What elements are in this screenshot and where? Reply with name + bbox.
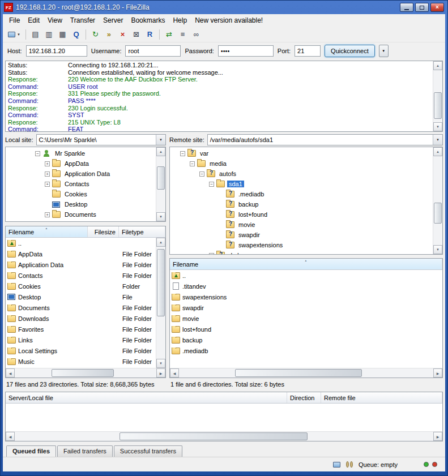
file-row[interactable]: backup	[170, 335, 442, 345]
scroll-thumb[interactable]	[120, 432, 308, 440]
scroll-down-button[interactable]: ▼	[433, 122, 442, 131]
expand-icon[interactable]: +	[45, 171, 50, 177]
tree-item-desktop[interactable]: Desktop	[6, 199, 156, 209]
file-row[interactable]: .mediadb	[170, 345, 442, 356]
expand-icon[interactable]: +	[45, 161, 50, 166]
column-header-filename[interactable]: ▲Filename	[170, 259, 442, 269]
file-row-up[interactable]: ..	[6, 238, 156, 248]
menu-item-new-version[interactable]: New version available!	[191, 15, 267, 25]
chevron-down-icon[interactable]: ▼	[433, 135, 442, 145]
quickconnect-dropdown-button[interactable]: ▼	[379, 45, 389, 57]
scroll-up-button[interactable]: ▲	[433, 61, 442, 70]
scroll-left-button[interactable]: ◀	[6, 432, 15, 441]
local-list-scrollbar[interactable]: ▲ ▼	[156, 238, 165, 368]
tree-item-dvd[interactable]: +dvd	[170, 250, 433, 254]
password-input[interactable]	[218, 45, 274, 57]
scroll-left-button[interactable]: ◀	[6, 368, 15, 378]
column-header-filetype[interactable]: Filetype	[119, 226, 165, 237]
toggle-queue-button[interactable]: Q	[70, 28, 83, 41]
log-scrollbar[interactable]: ▲ ▼	[433, 61, 442, 131]
column-header-server-local-file[interactable]: Server/Local file	[6, 392, 287, 403]
column-header-filename[interactable]: ▲Filename	[6, 226, 88, 237]
remote-site-combobox[interactable]: /var/media/autofs/sda1 ▼	[207, 134, 443, 145]
scroll-track[interactable]	[179, 368, 433, 378]
scroll-track[interactable]	[433, 156, 442, 245]
file-row[interactable]: Local SettingsFile Folder	[6, 345, 156, 356]
tree-item-movie[interactable]: movie	[170, 220, 433, 230]
column-header-remote-file[interactable]: Remote file	[321, 392, 442, 403]
tree-item-documents[interactable]: +Documents	[6, 209, 156, 220]
tree-item-contacts[interactable]: +Contacts	[6, 179, 156, 189]
tree-item-backup[interactable]: backup	[170, 199, 433, 209]
menu-item-server[interactable]: Server	[99, 15, 127, 25]
tree-item-application-data[interactable]: +Application Data	[6, 169, 156, 179]
scroll-thumb[interactable]	[157, 249, 165, 316]
reconnect-button[interactable]: R	[143, 28, 156, 41]
menu-item-bookmarks[interactable]: Bookmarks	[127, 15, 169, 25]
scroll-up-button[interactable]: ▲	[156, 238, 165, 247]
port-input[interactable]	[295, 45, 321, 57]
username-input[interactable]	[125, 45, 181, 57]
file-row[interactable]: movie	[170, 313, 442, 324]
column-header-filesize[interactable]: Filesize	[88, 226, 119, 237]
minimize-button[interactable]	[400, 3, 413, 12]
file-row[interactable]: swapdir	[170, 302, 442, 313]
chevron-down-icon[interactable]: ▼	[156, 135, 165, 145]
scroll-thumb[interactable]	[52, 369, 114, 377]
toggle-remote-tree-button[interactable]: ▦	[56, 28, 69, 41]
tree-item-mediadb[interactable]: .mediadb	[170, 189, 433, 199]
menu-item-transfer[interactable]: Transfer	[66, 15, 99, 25]
scroll-track[interactable]	[15, 432, 433, 441]
tree-item-mr-sparkle[interactable]: −Mr Sparkle	[6, 148, 156, 158]
scroll-track[interactable]	[433, 70, 442, 122]
directory-listing-filters-button[interactable]: ≡	[176, 28, 189, 41]
menu-item-view[interactable]: View	[44, 15, 66, 25]
toggle-message-log-button[interactable]: ▤	[29, 28, 42, 41]
file-row[interactable]: DownloadsFile Folder	[6, 313, 156, 324]
local-splitter[interactable]	[5, 222, 166, 226]
scroll-up-button[interactable]: ▲	[433, 147, 442, 156]
local-site-combobox[interactable]: C:\Users\Mr Sparkle\ ▼	[36, 134, 166, 145]
scroll-track[interactable]	[156, 247, 165, 359]
file-row[interactable]: CookiesFolder	[6, 281, 156, 291]
local-tree-scrollbar[interactable]: ▲ ▼	[156, 147, 165, 221]
tab-failed-transfers[interactable]: Failed transfers	[57, 445, 113, 457]
remote-list-hscrollbar[interactable]: ◀ ▶	[170, 368, 442, 378]
tree-item-cookies[interactable]: Cookies	[6, 189, 156, 199]
tree-item-swapextensions[interactable]: swapextensions	[170, 240, 433, 250]
expand-icon[interactable]: +	[209, 253, 214, 255]
scroll-track[interactable]	[156, 156, 165, 212]
file-row[interactable]: Application DataFile Folder	[6, 259, 156, 270]
remote-tree-scrollbar[interactable]: ▲ ▼	[433, 147, 442, 254]
site-manager-button[interactable]: ▼	[6, 28, 23, 41]
toggle-local-tree-button[interactable]: ▥	[42, 28, 56, 41]
process-queue-button[interactable]: »	[103, 28, 116, 41]
scroll-thumb[interactable]	[434, 92, 442, 119]
file-row[interactable]: DesktopFile	[6, 291, 156, 302]
file-row[interactable]: swapextensions	[170, 291, 442, 302]
file-row[interactable]: FavoritesFile Folder	[6, 324, 156, 335]
refresh-button[interactable]: ↻	[89, 28, 102, 41]
queue-hscrollbar[interactable]: ◀ ▶	[6, 431, 442, 441]
scroll-track[interactable]	[15, 368, 156, 378]
file-row[interactable]: .titandev	[170, 281, 442, 291]
disconnect-button[interactable]: ⊠	[130, 28, 143, 41]
file-row[interactable]: DocumentsFile Folder	[6, 302, 156, 313]
scroll-thumb[interactable]	[434, 203, 442, 224]
menu-item-file[interactable]: File	[5, 15, 24, 25]
collapse-icon[interactable]: −	[199, 171, 204, 177]
collapse-icon[interactable]: −	[180, 151, 185, 156]
file-row-up[interactable]: ..	[170, 270, 442, 281]
scroll-down-button[interactable]: ▼	[433, 245, 442, 254]
scroll-thumb[interactable]	[235, 369, 362, 377]
scroll-thumb[interactable]	[157, 166, 165, 190]
quickconnect-button[interactable]: Quickconnect	[325, 45, 375, 57]
scroll-right-button[interactable]: ▶	[433, 368, 442, 378]
close-button[interactable]: ×	[430, 3, 444, 12]
tree-item-media[interactable]: −media	[170, 158, 433, 169]
scroll-right-button[interactable]: ▶	[433, 432, 442, 441]
tree-item-var[interactable]: −var	[170, 148, 433, 158]
collapse-icon[interactable]: −	[209, 182, 214, 187]
file-row[interactable]: AppDataFile Folder	[6, 248, 156, 259]
maximize-button[interactable]	[415, 3, 429, 12]
